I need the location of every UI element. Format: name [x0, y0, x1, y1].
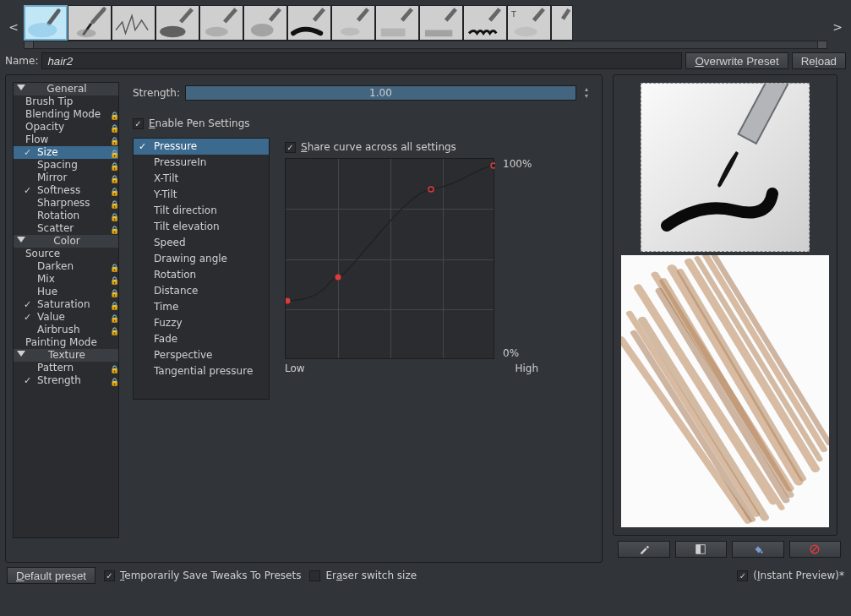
sensor-item[interactable]: ✓Pressure: [134, 139, 269, 155]
reload-button[interactable]: Reload: [792, 52, 846, 69]
tree-item[interactable]: Mirror🔒: [14, 172, 118, 184]
brush-thumb[interactable]: [419, 5, 463, 41]
strength-label: Strength:: [133, 87, 180, 99]
lock-icon: 🔒: [110, 262, 117, 270]
tree-group-header[interactable]: General: [14, 83, 118, 95]
lock-icon: 🔒: [110, 123, 117, 131]
tree-item[interactable]: Scatter🔒: [14, 222, 118, 235]
tree-item[interactable]: Rotation🔒: [14, 210, 118, 222]
share-curve-checkbox[interactable]: ✓ Share curve across all settings: [285, 141, 456, 153]
svg-point-5: [341, 28, 360, 36]
tree-item[interactable]: Pattern🔒: [14, 362, 118, 374]
tree-item[interactable]: ✓Softness🔒: [14, 184, 118, 197]
strength-value: 1.00: [186, 86, 576, 100]
sensor-item[interactable]: Drawing angle: [134, 251, 269, 267]
sensor-item[interactable]: X-Tilt: [134, 171, 269, 187]
strength-slider[interactable]: 1.00: [185, 85, 576, 101]
lock-icon: 🔒: [110, 224, 117, 232]
name-label: Name:: [5, 55, 38, 67]
sensor-item[interactable]: Tilt elevation: [134, 219, 269, 235]
sensor-item[interactable]: Y-Tilt: [134, 187, 269, 203]
lock-icon: 🔒: [110, 173, 117, 182]
strength-spinner[interactable]: ▴▾: [581, 86, 592, 100]
svg-point-3: [205, 27, 228, 36]
tree-item[interactable]: Flow🔒: [14, 134, 118, 146]
lock-icon: 🔒: [110, 287, 117, 296]
tree-item[interactable]: Painting Mode: [14, 336, 118, 349]
curve-ymax: 100%: [503, 158, 532, 170]
brush-thumb[interactable]: [551, 5, 573, 41]
brush-thumb[interactable]: [463, 5, 507, 41]
eraser-switch-checkbox[interactable]: Eraser switch size: [309, 570, 417, 581]
sensor-item[interactable]: Time: [134, 299, 269, 315]
fill-tool-icon[interactable]: [732, 541, 784, 558]
tree-item[interactable]: Airbrush🔒: [14, 324, 118, 336]
tree-group-header[interactable]: Color: [14, 235, 118, 248]
brush-tip-preview: [641, 83, 810, 252]
brush-prev[interactable]: <: [7, 20, 20, 34]
brush-thumb[interactable]: [331, 5, 375, 41]
tree-item[interactable]: Spacing🔒: [14, 159, 118, 172]
tree-item[interactable]: ✓Size🔒: [14, 146, 118, 159]
tree-item[interactable]: Opacity🔒: [14, 121, 118, 134]
sensor-item[interactable]: Tilt direction: [134, 203, 269, 219]
lock-icon: 🔒: [110, 325, 117, 334]
tree-item[interactable]: Mix🔒: [14, 273, 118, 286]
svg-point-1: [77, 30, 96, 38]
svg-text:T: T: [510, 9, 516, 19]
sensor-item[interactable]: Rotation: [134, 267, 269, 283]
brush-scrollbar[interactable]: [24, 41, 827, 49]
stroke-preview: [621, 255, 829, 527]
lock-icon: 🔒: [110, 199, 117, 207]
brush-thumb[interactable]: [68, 5, 112, 41]
sensor-item[interactable]: Fade: [134, 331, 269, 347]
brush-tool-icon[interactable]: [618, 541, 670, 558]
tree-item[interactable]: Hue🔒: [14, 286, 118, 298]
tree-group-header[interactable]: Texture: [14, 349, 118, 362]
tree-item[interactable]: ✓Saturation🔒: [14, 298, 118, 311]
temp-save-checkbox[interactable]: ✓ Temporarily Save Tweaks To Presets: [104, 570, 301, 581]
overwrite-preset-button[interactable]: Overwrite Preset: [685, 52, 788, 69]
settings-tree[interactable]: GeneralBrush TipBlending Mode🔒Opacity🔒Fl…: [13, 82, 119, 538]
sensor-item[interactable]: Speed: [134, 235, 269, 251]
brush-thumb[interactable]: [287, 5, 331, 41]
svg-point-10: [335, 275, 341, 281]
tree-item[interactable]: Darken🔒: [14, 260, 118, 273]
curve-ymin: 0%: [503, 347, 532, 359]
curve-editor[interactable]: [285, 158, 494, 359]
lock-icon: 🔒: [110, 148, 117, 156]
brush-next[interactable]: >: [831, 20, 844, 34]
sensor-list[interactable]: ✓PressurePressureInX-TiltY-TiltTilt dire…: [133, 138, 270, 400]
brush-thumb[interactable]: [24, 5, 68, 41]
sensor-item[interactable]: PressureIn: [134, 155, 269, 171]
svg-point-4: [251, 24, 274, 36]
lock-icon: 🔒: [110, 110, 117, 118]
gradient-tool-icon[interactable]: [675, 541, 728, 558]
tree-item[interactable]: Brush Tip: [14, 95, 118, 108]
brush-thumb[interactable]: [375, 5, 419, 41]
svg-point-17: [761, 551, 763, 553]
brush-thumb[interactable]: [243, 5, 287, 41]
curve-xmin: Low: [285, 363, 305, 374]
brush-thumb[interactable]: T: [507, 5, 551, 41]
svg-rect-6: [381, 29, 406, 37]
brush-thumb[interactable]: [199, 5, 243, 41]
tree-item[interactable]: ✓Strength🔒: [14, 374, 118, 387]
enable-pen-checkbox[interactable]: ✓ Enable Pen Settings: [133, 117, 250, 129]
tree-item[interactable]: ✓Value🔒: [14, 311, 118, 324]
tree-item[interactable]: Sharpness🔒: [14, 197, 118, 210]
tree-item[interactable]: Blending Mode🔒: [14, 108, 118, 121]
brush-thumb[interactable]: [112, 5, 155, 41]
sensor-item[interactable]: Tangential pressure: [134, 363, 269, 379]
brush-thumb[interactable]: [155, 5, 199, 41]
sensor-item[interactable]: Perspective: [134, 347, 269, 363]
sensor-item[interactable]: Distance: [134, 283, 269, 299]
sensor-item[interactable]: Fuzzy: [134, 315, 269, 331]
preset-name-input[interactable]: [41, 52, 682, 69]
clear-tool-icon[interactable]: [789, 541, 842, 558]
svg-point-2: [160, 26, 185, 37]
default-preset-button[interactable]: Default preset: [7, 567, 95, 584]
svg-point-0: [28, 23, 57, 37]
instant-preview-checkbox[interactable]: ✓ (Instant Preview)*: [737, 570, 844, 581]
tree-item[interactable]: Source: [14, 248, 118, 260]
